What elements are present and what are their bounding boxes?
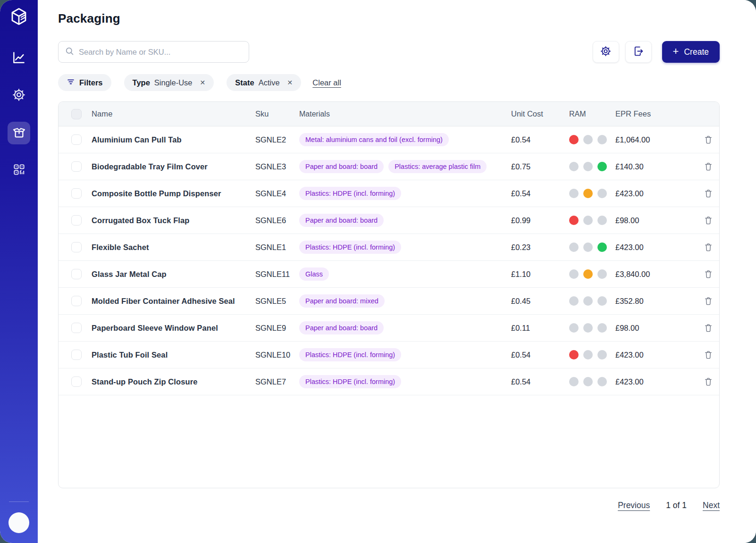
table-row: Composite Bottle Pump Dispenser SGNLE4 P… bbox=[59, 180, 719, 207]
row-name: Paperboard Sleeve Window Panel bbox=[92, 324, 255, 333]
ram-dot-off bbox=[583, 377, 593, 386]
delete-button[interactable] bbox=[703, 161, 714, 172]
row-checkbox[interactable] bbox=[71, 161, 82, 172]
material-tag: Paper and board: board bbox=[299, 321, 384, 334]
export-button[interactable] bbox=[625, 41, 652, 63]
column-header-sku: Sku bbox=[255, 109, 299, 118]
ram-dot-amber bbox=[583, 269, 593, 279]
material-tag: Glass bbox=[299, 267, 329, 281]
sidebar-item-settings[interactable] bbox=[8, 84, 30, 107]
ram-dot-off bbox=[583, 350, 593, 359]
row-materials: Metal: aluminium cans and foil (excl. fo… bbox=[299, 133, 511, 146]
delete-button[interactable] bbox=[703, 215, 714, 226]
ram-indicator bbox=[569, 162, 615, 171]
row-checkbox[interactable] bbox=[71, 376, 82, 387]
table-header: Name Sku Materials Unit Cost RAM EPR Fee… bbox=[59, 102, 719, 126]
delete-button[interactable] bbox=[703, 242, 714, 253]
delete-button[interactable] bbox=[703, 295, 714, 307]
row-name: Composite Bottle Pump Dispenser bbox=[92, 189, 255, 198]
material-tag: Plastics: HDPE (incl. forming) bbox=[299, 348, 401, 361]
export-file-icon bbox=[632, 45, 644, 58]
avatar[interactable] bbox=[8, 512, 29, 533]
row-epr-fees: £423.00 bbox=[615, 377, 685, 386]
filter-chip-label: Type bbox=[133, 78, 150, 87]
filter-chip-label: State bbox=[235, 78, 254, 87]
select-all-checkbox[interactable] bbox=[71, 109, 82, 119]
row-checkbox[interactable] bbox=[71, 242, 82, 252]
delete-button[interactable] bbox=[703, 188, 714, 199]
filter-chip-type[interactable]: Type Single-Use ✕ bbox=[124, 74, 214, 91]
ram-dot-off bbox=[597, 296, 607, 306]
delete-button[interactable] bbox=[703, 322, 714, 334]
page-indicator: 1 of 1 bbox=[666, 501, 687, 510]
table-row: Glass Jar Metal Cap SGNLE11 Glass £1.10 … bbox=[59, 261, 719, 288]
row-materials: Paper and board: boardPlastics: average … bbox=[299, 160, 511, 173]
table-row: Stand-up Pouch Zip Closure SGNLE7 Plasti… bbox=[59, 368, 719, 395]
row-checkbox[interactable] bbox=[71, 269, 82, 279]
column-header-epr-fees: EPR Fees bbox=[615, 109, 685, 118]
row-name: Aluminium Can Pull Tab bbox=[92, 135, 255, 144]
table-settings-button[interactable] bbox=[593, 41, 619, 63]
search-box[interactable] bbox=[58, 41, 249, 63]
main-content: Packaging bbox=[38, 0, 756, 543]
row-checkbox[interactable] bbox=[71, 350, 82, 360]
gear-icon bbox=[600, 45, 612, 58]
remove-filter-icon[interactable]: ✕ bbox=[200, 79, 206, 86]
ram-indicator bbox=[569, 189, 615, 198]
delete-button[interactable] bbox=[703, 268, 714, 280]
filter-chip-value: Single-Use bbox=[154, 78, 193, 87]
material-tag: Metal: aluminium cans and foil (excl. fo… bbox=[299, 133, 449, 146]
row-epr-fees: £98.00 bbox=[615, 216, 685, 225]
filter-chip-state[interactable]: State Active ✕ bbox=[227, 74, 301, 91]
ram-dot-off bbox=[569, 189, 579, 198]
material-tag: Plastics: average plastic film bbox=[388, 160, 487, 173]
sidebar-divider bbox=[9, 501, 29, 502]
ram-dot-amber bbox=[583, 189, 593, 198]
ram-dot-off bbox=[597, 323, 607, 333]
delete-button[interactable] bbox=[703, 376, 714, 387]
row-unit-cost: £0.54 bbox=[511, 377, 569, 386]
filters-button[interactable]: Filters bbox=[58, 74, 111, 91]
remove-filter-icon[interactable]: ✕ bbox=[287, 79, 293, 86]
row-sku: SGNLE10 bbox=[255, 351, 299, 359]
ram-indicator bbox=[569, 350, 615, 359]
row-materials: Paper and board: board bbox=[299, 214, 511, 227]
material-tag: Paper and board: board bbox=[299, 160, 384, 173]
row-checkbox[interactable] bbox=[71, 134, 82, 145]
next-button[interactable]: Next bbox=[703, 501, 720, 510]
ram-dot-green bbox=[597, 242, 607, 252]
sidebar-item-scan[interactable] bbox=[8, 159, 30, 182]
table-row: Molded Fiber Container Adhesive Seal SGN… bbox=[59, 288, 719, 315]
row-epr-fees: £423.00 bbox=[615, 243, 685, 252]
row-checkbox[interactable] bbox=[71, 296, 82, 306]
delete-button[interactable] bbox=[703, 349, 714, 360]
row-name: Glass Jar Metal Cap bbox=[92, 270, 255, 279]
row-checkbox[interactable] bbox=[71, 188, 82, 199]
sidebar-item-packaging[interactable] bbox=[8, 122, 30, 144]
column-header-name: Name bbox=[92, 109, 255, 118]
app-window: Packaging bbox=[0, 0, 756, 543]
delete-button[interactable] bbox=[703, 134, 714, 145]
row-materials: Plastics: HDPE (incl. forming) bbox=[299, 187, 511, 200]
row-sku: SGNLE3 bbox=[255, 162, 299, 171]
row-sku: SGNLE4 bbox=[255, 189, 299, 198]
trash-icon bbox=[704, 162, 713, 171]
row-checkbox[interactable] bbox=[71, 323, 82, 333]
row-unit-cost: £0.54 bbox=[511, 135, 569, 144]
row-epr-fees: £423.00 bbox=[615, 189, 685, 198]
column-header-materials: Materials bbox=[299, 110, 511, 118]
previous-button[interactable]: Previous bbox=[618, 501, 650, 510]
clear-all-link[interactable]: Clear all bbox=[312, 78, 341, 87]
ram-dot-red bbox=[569, 216, 579, 225]
table-body: Aluminium Can Pull Tab SGNLE2 Metal: alu… bbox=[59, 126, 719, 395]
sidebar-nav bbox=[8, 47, 30, 196]
create-button[interactable]: + Create bbox=[662, 41, 720, 63]
row-sku: SGNLE1 bbox=[255, 243, 299, 252]
row-checkbox[interactable] bbox=[71, 215, 82, 226]
row-name: Plastic Tub Foil Seal bbox=[92, 351, 255, 359]
table-row: Paperboard Sleeve Window Panel SGNLE9 Pa… bbox=[59, 315, 719, 342]
search-input[interactable] bbox=[79, 48, 242, 57]
table-row: Corrugated Box Tuck Flap SGNLE6 Paper an… bbox=[59, 207, 719, 234]
sidebar-item-analytics[interactable] bbox=[8, 47, 30, 70]
trash-icon bbox=[704, 242, 713, 252]
